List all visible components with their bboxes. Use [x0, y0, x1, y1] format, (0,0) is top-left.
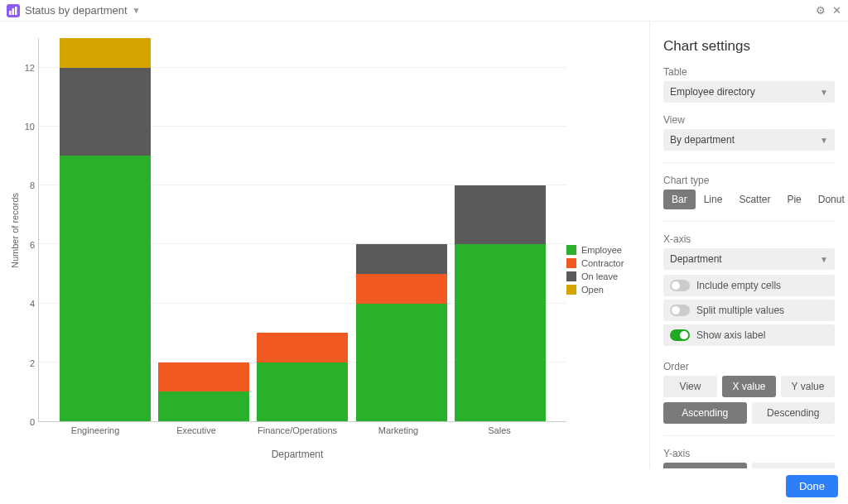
- chart-type-line[interactable]: Line: [696, 190, 731, 209]
- bar-stack[interactable]: [158, 362, 249, 421]
- bar-segment[interactable]: [60, 38, 151, 68]
- order-dir-descending[interactable]: Descending: [752, 402, 836, 424]
- y-tick: 0: [30, 418, 38, 427]
- chevron-down-icon: ▼: [820, 136, 828, 145]
- x-tick-label: Finance/Operations: [252, 425, 343, 435]
- split-multiple-toggle[interactable]: [670, 305, 690, 316]
- show-axis-label-toggle[interactable]: [670, 329, 690, 341]
- xaxis-select[interactable]: Department ▼: [663, 248, 835, 270]
- x-axis-ticks: EngineeringExecutiveFinance/OperationsMa…: [28, 422, 566, 435]
- legend-label: Open: [581, 285, 604, 295]
- legend-item[interactable]: Employee: [566, 245, 641, 255]
- xaxis-label: X-axis: [663, 233, 835, 245]
- include-empty-toggle-row[interactable]: Include empty cells: [663, 275, 835, 296]
- done-button[interactable]: Done: [786, 475, 838, 497]
- y-tick: 2: [30, 358, 38, 367]
- y-axis-label: Number of records: [8, 38, 22, 422]
- chart-type-label: Chart type: [663, 175, 835, 186]
- y-tick: 6: [30, 240, 38, 249]
- chart-type-donut[interactable]: Donut: [810, 190, 848, 209]
- show-axis-label-toggle-row[interactable]: Show axis label: [663, 324, 835, 346]
- y-tick: 8: [30, 181, 38, 190]
- bar-segment[interactable]: [455, 244, 546, 421]
- legend-swatch: [566, 245, 576, 255]
- x-tick-label: Sales: [454, 425, 545, 435]
- legend-item[interactable]: On leave: [566, 271, 641, 281]
- chevron-down-icon: ▼: [820, 255, 828, 264]
- legend-label: On leave: [581, 271, 618, 281]
- legend-label: Employee: [581, 245, 622, 255]
- bar-segment[interactable]: [356, 274, 447, 304]
- chart-type-group: BarLineScatterPieDonut: [663, 190, 835, 209]
- yaxis-count[interactable]: Count: [663, 463, 747, 468]
- chevron-down-icon: ▼: [820, 88, 828, 97]
- bar-segment[interactable]: [158, 391, 249, 421]
- x-tick-label: Engineering: [50, 425, 141, 435]
- table-label: Table: [663, 66, 835, 78]
- order-dir-group: AscendingDescending: [663, 402, 835, 424]
- yaxis-label: Y-axis: [663, 448, 835, 459]
- y-tick: 10: [25, 122, 38, 132]
- yaxis-group: CountField: [663, 463, 835, 468]
- x-tick-label: Marketing: [353, 425, 444, 435]
- chart-plot: [38, 38, 566, 422]
- legend-swatch: [566, 258, 576, 268]
- legend-item[interactable]: Contractor: [566, 258, 641, 268]
- y-tick: 12: [25, 63, 38, 72]
- bar-stack[interactable]: [257, 333, 348, 421]
- bar-segment[interactable]: [60, 156, 151, 421]
- table-select[interactable]: Employee directory ▼: [663, 81, 835, 103]
- legend-label: Contractor: [581, 258, 624, 268]
- chart-legend: EmployeeContractorOn leaveOpen: [566, 38, 641, 460]
- chart-area: Number of records 024681012 EngineeringE…: [0, 22, 649, 468]
- svg-rect-0: [9, 11, 12, 15]
- settings-title: Chart settings: [663, 38, 835, 55]
- legend-swatch: [566, 271, 576, 281]
- order-by-view[interactable]: View: [663, 376, 717, 397]
- yaxis-field[interactable]: Field: [752, 463, 836, 468]
- chart-app-icon: [7, 4, 20, 17]
- chart-type-bar[interactable]: Bar: [663, 190, 696, 209]
- x-axis-label: Department: [28, 449, 566, 460]
- view-label: View: [663, 114, 835, 126]
- bar-stack[interactable]: [60, 38, 151, 421]
- bar-segment[interactable]: [257, 333, 348, 362]
- order-dir-ascending[interactable]: Ascending: [663, 402, 747, 424]
- order-by-group: ViewX valueY value: [663, 376, 835, 397]
- svg-rect-1: [12, 8, 15, 15]
- view-select[interactable]: By department ▼: [663, 129, 835, 151]
- legend-item[interactable]: Open: [566, 285, 641, 295]
- order-by-y-value[interactable]: Y value: [781, 376, 835, 397]
- title-dropdown-caret-icon[interactable]: ▼: [132, 6, 141, 15]
- bar-segment[interactable]: [356, 304, 447, 421]
- bar-segment[interactable]: [257, 362, 348, 421]
- x-tick-label: Executive: [151, 425, 242, 435]
- settings-gear-icon[interactable]: ⚙: [816, 4, 826, 17]
- bar-segment[interactable]: [455, 185, 546, 244]
- bar-segment[interactable]: [356, 244, 447, 274]
- header-bar: Status by department ▼ ⚙ ✕: [0, 0, 848, 22]
- bar-segment[interactable]: [158, 362, 249, 392]
- bar-segment[interactable]: [60, 68, 151, 156]
- settings-panel: Chart settings Table Employee directory …: [649, 22, 848, 468]
- bar-stack[interactable]: [356, 244, 447, 421]
- footer: Done: [0, 468, 848, 504]
- chart-type-pie[interactable]: Pie: [778, 190, 809, 209]
- chart-type-scatter[interactable]: Scatter: [730, 190, 778, 209]
- bar-stack[interactable]: [455, 185, 546, 421]
- y-tick: 4: [30, 300, 38, 309]
- include-empty-toggle[interactable]: [670, 280, 690, 291]
- y-axis: 024681012: [22, 38, 38, 422]
- svg-rect-2: [15, 7, 17, 15]
- legend-swatch: [566, 285, 576, 295]
- page-title[interactable]: Status by department: [25, 4, 128, 17]
- close-icon[interactable]: ✕: [832, 4, 841, 17]
- order-label: Order: [663, 361, 835, 372]
- split-multiple-toggle-row[interactable]: Split multiple values: [663, 300, 835, 321]
- order-by-x-value[interactable]: X value: [722, 376, 776, 397]
